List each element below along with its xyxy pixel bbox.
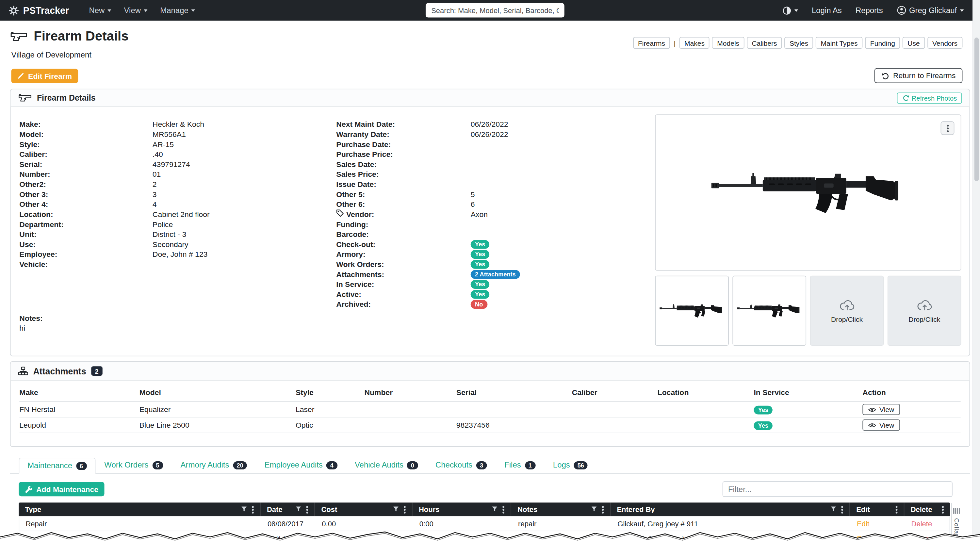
filter-icon[interactable] (242, 506, 247, 513)
tab[interactable]: Armory Audits 20 (172, 457, 256, 474)
column-menu-icon[interactable] (942, 509, 944, 510)
photo-upload-dropzone[interactable]: Drop/Click (810, 276, 884, 346)
status-badge: Yes (471, 240, 490, 249)
attachment-row: FN Herstal Equalizer Laser Yes View (19, 402, 960, 418)
firearm-photo[interactable] (655, 114, 961, 270)
column-menu-icon[interactable] (602, 509, 604, 510)
table-column-header[interactable]: Cost (315, 502, 412, 516)
chevron-down-icon (144, 9, 148, 12)
tab[interactable]: Work Orders 5 (95, 457, 172, 474)
column-header: Location (657, 388, 754, 397)
photo-menu-button[interactable] (940, 121, 954, 135)
tab[interactable]: Maintenance 6 (19, 458, 95, 474)
filter-icon[interactable] (296, 506, 301, 513)
table-column-header[interactable]: Entered By (611, 502, 850, 516)
quick-link-button[interactable]: Styles (785, 37, 813, 49)
tab[interactable]: Files 1 (496, 457, 544, 474)
user-menu[interactable]: Greg Glickauf (891, 2, 970, 19)
menu-item[interactable]: View (118, 2, 154, 19)
column-header: Style (296, 388, 364, 397)
table-column-header[interactable]: Edit (850, 502, 904, 516)
brand[interactable]: PSTracker (9, 5, 69, 16)
rifle-image (711, 153, 905, 232)
cloud-upload-icon (838, 299, 856, 311)
quick-link-firearms[interactable]: Firearms (633, 37, 670, 49)
theme-toggle[interactable] (776, 2, 804, 19)
table-filter-input[interactable] (722, 481, 953, 497)
refresh-photos-button[interactable]: Refresh Photos (897, 92, 962, 103)
menu-item[interactable]: Manage (154, 2, 202, 19)
global-search-input[interactable] (426, 3, 565, 17)
collapse-panel-handle[interactable]: Collapse (951, 503, 961, 542)
firearm-details-card: Firearm Details Refresh Photos Make: Hec… (10, 89, 970, 356)
quick-link-button[interactable]: Models (712, 37, 744, 49)
column-header: Make (19, 388, 139, 397)
pistol-icon (18, 93, 32, 103)
column-header: Model (140, 388, 296, 397)
photo-thumbnail[interactable] (655, 276, 729, 346)
field-row: Use: Secondary (19, 240, 332, 250)
table-column-header[interactable]: Date (261, 502, 315, 516)
field-row: Other2: 2 (19, 180, 332, 189)
filter-icon[interactable] (393, 506, 399, 513)
tab-count-badge: 5 (152, 461, 163, 469)
column-menu-icon[interactable] (503, 509, 504, 510)
edit-firearm-button[interactable]: Edit Firearm (11, 68, 78, 83)
card-header: Firearm Details Refresh Photos (11, 89, 970, 107)
delete-link[interactable]: Delete (912, 520, 932, 527)
page-scrollbar[interactable] (972, 0, 980, 542)
tab-count-badge: 20 (233, 461, 247, 469)
table-column-header[interactable]: Hours (412, 502, 511, 516)
filter-icon[interactable] (831, 506, 836, 513)
field-row: Warranty Date: 06/26/2022 (336, 129, 652, 140)
notes-value: hi (19, 323, 43, 333)
quick-link-button[interactable]: Vendors (928, 37, 963, 49)
menu-item[interactable]: New (83, 2, 118, 19)
attachments-card: Attachments 2 MakeModelStyleNumberSerial… (10, 361, 970, 447)
table-column-header[interactable]: Delete (905, 502, 950, 516)
photo-upload-dropzone[interactable]: Drop/Click (888, 276, 961, 346)
return-arrow-icon (881, 72, 889, 80)
column-menu-icon[interactable] (896, 509, 898, 510)
column-menu-icon[interactable] (404, 509, 406, 510)
wrench-icon (25, 485, 33, 493)
chevron-down-icon (191, 9, 195, 12)
attachments-table-header: MakeModelStyleNumberSerialCaliberLocatio… (19, 383, 960, 402)
scrollbar-thumb[interactable] (974, 38, 979, 181)
person-circle-icon (897, 6, 906, 15)
tab[interactable]: Checkouts 3 (426, 457, 496, 474)
add-maintenance-button[interactable]: Add Maintenance (19, 482, 105, 496)
card-body: Make: Heckler & Koch Model: MR556A1 Styl… (11, 107, 970, 356)
reports-link[interactable]: Reports (850, 2, 889, 19)
field-row: Other 3: 3 (19, 189, 332, 200)
column-menu-icon[interactable] (252, 509, 254, 510)
column-menu-icon[interactable] (841, 509, 843, 510)
quick-link-button[interactable]: Calibers (747, 37, 782, 49)
view-attachment-button[interactable]: View (862, 404, 900, 415)
return-to-firearms-button[interactable]: Return to Firearms (875, 68, 963, 83)
table-column-header[interactable]: Notes (511, 502, 611, 516)
edit-link[interactable]: Edit (857, 535, 869, 542)
quick-link-button[interactable]: Funding (865, 37, 900, 49)
tab[interactable]: Vehicle Audits 0 (346, 457, 426, 474)
field-row: Unit: District - 3 (19, 229, 332, 240)
main-menu: NewViewManage (83, 2, 202, 19)
quick-link-button[interactable]: Makes (679, 37, 710, 49)
quick-link-button[interactable]: Maint Types (816, 37, 863, 49)
in-service-badge: Yes (754, 421, 773, 430)
quick-link-button[interactable]: Use (902, 37, 925, 49)
brand-logo-icon (9, 5, 19, 15)
edit-link[interactable]: Edit (857, 520, 869, 527)
view-attachment-button[interactable]: View (862, 420, 900, 431)
app-viewport: PSTracker NewViewManage Login As Reports… (0, 0, 980, 542)
filter-icon[interactable] (591, 506, 597, 513)
delete-link[interactable]: Delete (912, 535, 932, 542)
column-menu-icon[interactable] (306, 509, 309, 510)
filter-icon[interactable] (492, 506, 498, 513)
tab[interactable]: Logs 56 (544, 457, 597, 474)
photo-thumbnail[interactable] (732, 276, 806, 346)
login-as-link[interactable]: Login As (805, 2, 848, 19)
tab[interactable]: Employee Audits 4 (256, 457, 346, 474)
table-column-header[interactable]: Type (19, 502, 260, 516)
field-row: Sales Date: (336, 159, 652, 170)
